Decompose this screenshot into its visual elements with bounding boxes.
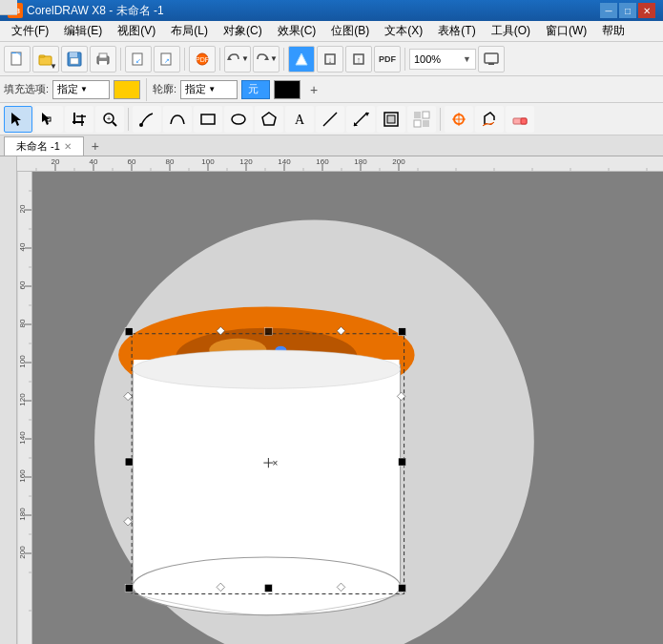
svg-text:↙: ↙ bbox=[135, 57, 141, 64]
svg-text:20: 20 bbox=[52, 157, 60, 166]
svg-rect-7 bbox=[71, 58, 78, 64]
svg-rect-6 bbox=[70, 52, 77, 57]
toolbar-separator-4 bbox=[283, 48, 284, 71]
fill-label: 填充选项: bbox=[4, 82, 49, 96]
left-ruler: 20 40 60 80 100 120 140 160 180 200 bbox=[17, 172, 32, 644]
polygon-tool[interactable] bbox=[255, 106, 283, 133]
document-tab[interactable]: 未命名 -1 ✕ bbox=[4, 136, 84, 156]
undo-button[interactable]: ▼ bbox=[224, 46, 251, 73]
svg-text:160: 160 bbox=[18, 469, 27, 483]
svg-text:160: 160 bbox=[316, 157, 329, 166]
new-tab-button[interactable]: + bbox=[86, 136, 105, 156]
canvas-area: 20 40 60 80 100 120 140 160 180 200 bbox=[17, 156, 663, 644]
menu-effect[interactable]: 效果(C) bbox=[270, 21, 324, 41]
svg-rect-37 bbox=[201, 114, 215, 124]
fill-dropdown[interactable]: 指定 ▼ bbox=[52, 80, 110, 99]
tools-sep-1 bbox=[128, 108, 129, 131]
main-area: 20 40 60 80 100 120 140 160 180 200 bbox=[0, 156, 663, 644]
drawing-area[interactable]: × bbox=[32, 172, 663, 644]
print-button[interactable] bbox=[90, 46, 116, 73]
svg-rect-50 bbox=[423, 120, 429, 127]
menu-view[interactable]: 视图(V) bbox=[110, 21, 163, 41]
pattern-tool[interactable] bbox=[407, 106, 436, 133]
svg-text:180: 180 bbox=[354, 157, 367, 166]
fill-color-swatch[interactable] bbox=[114, 80, 140, 99]
menu-bar: 文件(F) 编辑(E) 视图(V) 布局(L) 对象(C) 效果(C) 位图(B… bbox=[0, 21, 663, 42]
svg-text:120: 120 bbox=[18, 393, 27, 406]
ruler-top-svg: 20 40 60 80 100 120 140 160 180 200 bbox=[17, 156, 663, 172]
svg-rect-4 bbox=[39, 55, 45, 57]
menu-help[interactable]: 帮助 bbox=[594, 21, 632, 41]
pdf-export-button[interactable]: PDF bbox=[374, 46, 401, 73]
menu-file[interactable]: 文件(F) bbox=[4, 21, 56, 41]
svg-rect-47 bbox=[414, 112, 421, 118]
eraser-tool[interactable] bbox=[506, 106, 534, 133]
open-button[interactable]: ▼ bbox=[32, 46, 59, 73]
svg-text:80: 80 bbox=[18, 319, 27, 327]
color-picker-tool[interactable] bbox=[445, 106, 473, 133]
line-tool[interactable] bbox=[316, 106, 344, 133]
redo-button[interactable]: ▼ bbox=[253, 46, 280, 73]
select-tool[interactable] bbox=[4, 106, 32, 133]
svg-text:60: 60 bbox=[18, 280, 27, 289]
ellipse-tool[interactable] bbox=[224, 106, 253, 133]
zoom-input[interactable]: 100% ▼ bbox=[409, 49, 476, 70]
svg-text:↓: ↓ bbox=[328, 55, 333, 65]
pen-tool[interactable] bbox=[133, 106, 161, 133]
svg-text:120: 120 bbox=[239, 157, 253, 166]
svg-marker-26 bbox=[11, 113, 21, 126]
down-arrow-button[interactable]: ↓ bbox=[317, 46, 343, 73]
export-button[interactable]: ↗ bbox=[154, 46, 180, 73]
special-button[interactable] bbox=[288, 46, 315, 73]
maximize-button[interactable]: □ bbox=[619, 3, 636, 18]
bezier-tool[interactable] bbox=[163, 106, 192, 133]
svg-point-36 bbox=[139, 123, 143, 127]
outline-color-swatch[interactable] bbox=[274, 80, 300, 99]
menu-edit[interactable]: 编辑(E) bbox=[56, 21, 110, 41]
svg-rect-148 bbox=[399, 584, 406, 592]
svg-rect-146 bbox=[125, 584, 133, 592]
svg-text:200: 200 bbox=[392, 157, 405, 166]
new-button[interactable] bbox=[4, 46, 31, 73]
zoom-tool[interactable]: + bbox=[95, 106, 124, 133]
svg-rect-142 bbox=[264, 328, 272, 336]
svg-marker-27 bbox=[42, 113, 50, 125]
screen-button[interactable] bbox=[478, 46, 505, 73]
svg-line-41 bbox=[323, 113, 337, 126]
close-button[interactable]: ✕ bbox=[638, 3, 655, 18]
import-button[interactable]: ↙ bbox=[125, 46, 152, 73]
fill-tool[interactable] bbox=[475, 106, 504, 133]
menu-tools[interactable]: 工具(O) bbox=[484, 21, 538, 41]
node-tool[interactable] bbox=[34, 106, 63, 133]
svg-text:40: 40 bbox=[90, 157, 98, 166]
menu-layout[interactable]: 布局(L) bbox=[163, 21, 216, 41]
crop-tool[interactable] bbox=[65, 106, 93, 133]
save-button[interactable] bbox=[61, 46, 88, 73]
rectangle-tool[interactable] bbox=[194, 106, 222, 133]
outline-dropdown[interactable]: 指定 ▼ bbox=[180, 80, 238, 99]
menu-table[interactable]: 表格(T) bbox=[430, 21, 483, 41]
minimize-button[interactable]: ─ bbox=[600, 3, 617, 18]
tab-label: 未命名 -1 bbox=[16, 139, 60, 154]
tab-bar: 未命名 -1 ✕ + bbox=[0, 135, 663, 156]
publish-button[interactable]: PDF bbox=[189, 46, 216, 73]
menu-window[interactable]: 窗口(W) bbox=[538, 21, 594, 41]
left-ruler-area bbox=[0, 156, 17, 644]
up-arrow-button[interactable]: ↑ bbox=[345, 46, 372, 73]
text-tool[interactable]: A bbox=[285, 106, 314, 133]
svg-text:20: 20 bbox=[18, 204, 27, 213]
svg-marker-39 bbox=[262, 113, 276, 125]
tab-close-icon[interactable]: ✕ bbox=[64, 141, 72, 152]
svg-text:40: 40 bbox=[18, 242, 27, 251]
svg-text:60: 60 bbox=[128, 157, 136, 166]
tools-bar: + A bbox=[0, 103, 663, 135]
add-style-button[interactable]: + bbox=[304, 80, 323, 99]
frame-tool[interactable] bbox=[377, 106, 405, 133]
menu-object[interactable]: 对象(C) bbox=[216, 21, 270, 41]
connector-tool[interactable] bbox=[346, 106, 375, 133]
menu-bitmap[interactable]: 位图(B) bbox=[323, 21, 377, 41]
svg-text:PDF: PDF bbox=[196, 56, 209, 63]
svg-text:↗: ↗ bbox=[164, 57, 170, 64]
prop-separator-1 bbox=[146, 78, 147, 101]
menu-text[interactable]: 文本(X) bbox=[377, 21, 430, 41]
